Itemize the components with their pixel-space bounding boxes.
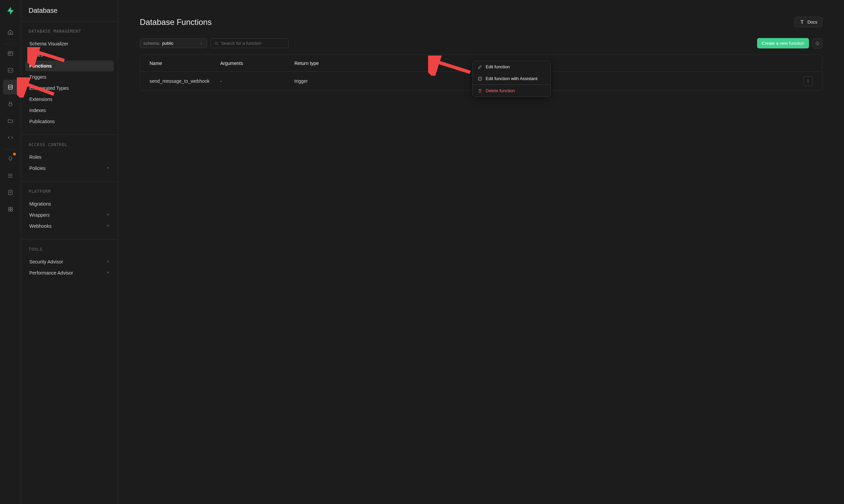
- nav-publications[interactable]: Publications: [25, 116, 114, 127]
- nav-label: Roles: [29, 155, 41, 160]
- svg-point-12: [8, 177, 9, 177]
- row-actions-button[interactable]: [803, 76, 813, 86]
- logs-icon[interactable]: [3, 168, 18, 183]
- section-tools: TOOLS Security Advisor Performance Advis…: [21, 239, 118, 286]
- ai-assistant-button[interactable]: [812, 38, 823, 49]
- edge-functions-icon[interactable]: [3, 130, 18, 145]
- sql-editor-icon[interactable]: [3, 63, 18, 78]
- table-editor-icon[interactable]: [3, 46, 18, 61]
- nav-label: Publications: [29, 119, 55, 124]
- search-icon: [214, 41, 219, 46]
- section-header: ACCESS CONTROL: [25, 135, 114, 152]
- toolbar: schema: public Create a new function: [140, 38, 823, 49]
- rail-divider: [3, 44, 18, 44]
- docs-button[interactable]: Docs: [794, 17, 823, 27]
- nav-wrappers[interactable]: Wrappers: [25, 210, 114, 220]
- external-link-icon: [106, 224, 110, 228]
- menu-label: Delete function: [486, 88, 515, 93]
- nav-schema-visualizer[interactable]: Schema Visualizer: [25, 38, 114, 49]
- nav-extensions[interactable]: Extensions: [25, 94, 114, 105]
- col-return-type: Return type: [294, 60, 368, 66]
- svg-rect-5: [9, 104, 12, 106]
- nav-label: Enumerated Types: [29, 86, 69, 91]
- icon-rail: [0, 0, 21, 504]
- api-icon[interactable]: [3, 202, 18, 217]
- nav-roles[interactable]: Roles: [25, 152, 114, 162]
- dots-vertical-icon: [806, 79, 810, 84]
- chevron-up-down-icon: [200, 41, 203, 46]
- svg-point-26: [808, 80, 808, 80]
- sidebar: Database DATABASE MANAGEMENT Schema Visu…: [21, 0, 118, 504]
- pencil-icon: [478, 65, 482, 69]
- nav-label: Webhooks: [29, 223, 52, 229]
- advisor-icon[interactable]: [3, 151, 18, 166]
- menu-delete-function[interactable]: Delete function: [473, 85, 550, 96]
- section-database-management: DATABASE MANAGEMENT Schema Visualizer Ta…: [21, 21, 118, 135]
- section-header: TOOLS: [25, 239, 114, 256]
- cell-name: send_message_to_webhook: [150, 78, 220, 84]
- svg-point-4: [8, 85, 13, 87]
- nav-migrations[interactable]: Migrations: [25, 198, 114, 209]
- nav-indexes[interactable]: Indexes: [25, 105, 114, 116]
- home-icon[interactable]: [3, 25, 18, 40]
- main-content: Database Functions Docs schema: public C…: [118, 0, 844, 504]
- svg-point-24: [215, 42, 217, 44]
- svg-rect-17: [8, 210, 10, 211]
- nav-label: Policies: [29, 165, 46, 171]
- nav-triggers[interactable]: Triggers: [25, 72, 114, 83]
- nav-label: Extensions: [29, 96, 52, 102]
- svg-line-22: [107, 261, 109, 263]
- nav-webhooks[interactable]: Webhooks: [25, 221, 114, 232]
- reports-icon[interactable]: [3, 185, 18, 200]
- cell-arguments: -: [220, 78, 294, 84]
- svg-rect-15: [8, 207, 10, 209]
- svg-line-23: [107, 272, 109, 274]
- auth-icon[interactable]: [3, 96, 18, 111]
- nav-functions[interactable]: Functions: [25, 60, 114, 71]
- schema-label: schema:: [143, 41, 160, 46]
- book-icon: [799, 19, 805, 24]
- menu-edit-with-assistant[interactable]: Edit function with Assistant: [473, 73, 550, 85]
- nav-security-advisor[interactable]: Security Advisor: [25, 256, 114, 267]
- main-header: Database Functions Docs: [140, 17, 823, 27]
- trash-icon: [478, 89, 482, 93]
- nav-label: Performance Advisor: [29, 270, 73, 275]
- nav-performance-advisor[interactable]: Performance Advisor: [25, 268, 114, 278]
- svg-point-10: [8, 174, 9, 174]
- nav-label: Security Advisor: [29, 259, 63, 265]
- svg-point-27: [808, 81, 808, 82]
- nav-label: Wrappers: [29, 212, 50, 218]
- schema-select[interactable]: schema: public: [140, 38, 207, 48]
- svg-line-20: [107, 214, 109, 216]
- edit-square-icon: [478, 76, 482, 81]
- svg-rect-18: [11, 210, 13, 211]
- logo-icon: [6, 6, 15, 16]
- nav-tables[interactable]: Tables: [25, 50, 114, 60]
- search-input-wrap[interactable]: [210, 38, 289, 48]
- svg-line-19: [107, 167, 109, 169]
- create-function-button[interactable]: Create a new function: [757, 38, 809, 49]
- section-header: DATABASE MANAGEMENT: [25, 21, 114, 38]
- database-icon[interactable]: [3, 80, 18, 94]
- col-arguments: Arguments: [220, 60, 294, 66]
- sidebar-title: Database: [21, 0, 118, 21]
- nav-enumerated-types[interactable]: Enumerated Types: [25, 83, 114, 93]
- section-header: PLATFORM: [25, 182, 114, 198]
- page-title: Database Functions: [140, 18, 211, 27]
- nav-policies[interactable]: Policies: [25, 163, 114, 174]
- search-input[interactable]: [221, 41, 285, 46]
- section-access-control: ACCESS CONTROL Roles Policies: [21, 135, 118, 182]
- cell-return-type: trigger: [294, 78, 368, 84]
- nav-label: Tables: [29, 52, 43, 57]
- notification-dot-icon: [13, 153, 16, 156]
- svg-rect-16: [11, 207, 13, 209]
- menu-edit-function[interactable]: Edit function: [473, 61, 550, 73]
- menu-label: Edit function: [486, 64, 510, 69]
- svg-point-11: [8, 176, 9, 176]
- svg-rect-3: [8, 68, 13, 72]
- nav-label: Functions: [29, 63, 52, 69]
- storage-icon[interactable]: [3, 113, 18, 128]
- section-platform: PLATFORM Migrations Wrappers Webhooks: [21, 182, 118, 239]
- external-link-icon: [106, 166, 110, 170]
- nav-label: Indexes: [29, 108, 46, 113]
